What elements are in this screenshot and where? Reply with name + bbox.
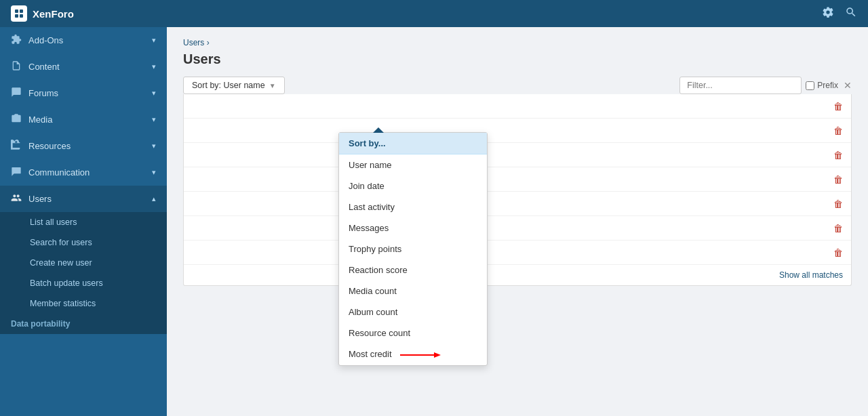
sidebar: Add-Ons ▾ Content ▾ Forums ▾	[0, 27, 167, 416]
svg-rect-1	[20, 9, 23, 13]
resources-chevron: ▾	[152, 142, 156, 150]
users-icon	[11, 192, 22, 205]
sidebar-item-content-label: Content	[28, 62, 60, 72]
table-row: 🗑	[184, 94, 851, 119]
sidebar-item-users-label: Users	[28, 194, 52, 204]
sort-option-media-count[interactable]: Media count	[339, 280, 487, 301]
sidebar-item-media[interactable]: Media ▾	[0, 106, 167, 133]
sidebar-item-resources-label: Resources	[28, 141, 71, 151]
dropdown-arrow	[373, 127, 384, 133]
table-row: 🗑	[184, 192, 851, 216]
show-all-matches-link[interactable]: Show all matches	[779, 270, 843, 280]
sidebar-subitem-batch-update-users[interactable]: Batch update users	[0, 273, 167, 293]
sort-option-reaction-score[interactable]: Reaction score	[339, 259, 487, 280]
breadcrumb: Users ›	[183, 38, 852, 47]
add-ons-icon	[11, 34, 22, 47]
sort-button[interactable]: Sort by: User name ▼	[183, 77, 285, 94]
table-row: 🗑	[184, 241, 851, 265]
users-subnav: List all users Search for users Create n…	[0, 212, 167, 314]
filter-input[interactable]	[679, 77, 802, 94]
content-chevron: ▾	[152, 62, 156, 71]
logo-icon	[11, 5, 27, 22]
delete-icon[interactable]: 🗑	[833, 223, 843, 234]
sidebar-item-forums-label: Forums	[28, 88, 58, 98]
logo-text: XenForo	[33, 8, 74, 20]
filter-area: Prefix ✕	[679, 77, 852, 94]
svg-rect-3	[20, 14, 23, 18]
page-title: Users	[183, 51, 852, 67]
breadcrumb-separator: ›	[207, 38, 210, 47]
settings-icon[interactable]	[822, 6, 834, 21]
main-content: Users › Users Sort by: User name ▼ Prefi…	[167, 27, 868, 416]
show-all-matches: Show all matches	[184, 265, 851, 285]
data-portability-section: Data portability	[0, 314, 167, 334]
prefix-checkbox-label[interactable]: Prefix	[806, 81, 838, 90]
communication-chevron: ▾	[152, 168, 156, 177]
prefix-checkbox[interactable]	[806, 81, 814, 90]
sort-option-most-credit[interactable]: Most credit	[339, 344, 487, 365]
sidebar-item-add-ons-label: Add-Ons	[28, 35, 63, 45]
delete-icon[interactable]: 🗑	[833, 247, 843, 258]
sidebar-subitem-list-all-users[interactable]: List all users	[0, 212, 167, 232]
sort-option-last-activity[interactable]: Last activity	[339, 196, 487, 217]
sidebar-item-resources[interactable]: Resources ▾	[0, 133, 167, 159]
media-icon	[11, 113, 22, 126]
sort-chevron: ▼	[269, 82, 276, 89]
sidebar-subitem-create-new-user[interactable]: Create new user	[0, 253, 167, 273]
sort-button-label: Sort by: User name	[192, 81, 265, 90]
delete-icon[interactable]: 🗑	[833, 174, 843, 185]
table-row: 🗑	[184, 167, 851, 192]
delete-icon[interactable]: 🗑	[833, 125, 843, 136]
topbar-actions	[822, 6, 857, 21]
resources-icon	[11, 140, 22, 152]
sort-option-join-date[interactable]: Join date	[339, 175, 487, 196]
prefix-label: Prefix	[817, 81, 838, 90]
sidebar-item-communication-label: Communication	[28, 167, 90, 178]
delete-icon[interactable]: 🗑	[833, 199, 843, 209]
media-chevron: ▾	[152, 115, 156, 124]
logo[interactable]: XenForo	[11, 5, 74, 22]
svg-rect-0	[15, 9, 18, 13]
sidebar-subitem-search-for-users[interactable]: Search for users	[0, 232, 167, 253]
sort-option-album-count[interactable]: Album count	[339, 301, 487, 323]
sort-dropdown: Sort by... User name Join date Last acti…	[338, 132, 488, 366]
sidebar-item-media-label: Media	[28, 115, 52, 125]
add-ons-chevron: ▾	[152, 36, 156, 45]
topbar: XenForo	[0, 0, 868, 27]
forums-chevron: ▾	[152, 89, 156, 98]
svg-rect-2	[15, 14, 18, 18]
content-icon	[11, 60, 22, 73]
clear-filter-button[interactable]: ✕	[844, 80, 852, 91]
sort-option-user-name[interactable]: User name	[339, 154, 487, 175]
communication-icon	[11, 166, 22, 179]
svg-marker-6	[434, 352, 441, 358]
table-row: 🗑	[184, 119, 851, 143]
delete-icon[interactable]: 🗑	[833, 101, 843, 112]
forums-icon	[11, 87, 22, 100]
sort-option-messages[interactable]: Messages	[339, 217, 487, 238]
sort-dropdown-header[interactable]: Sort by...	[339, 133, 487, 154]
sort-option-trophy-points[interactable]: Trophy points	[339, 238, 487, 259]
delete-icon[interactable]: 🗑	[833, 150, 843, 161]
users-chevron: ▴	[152, 194, 156, 203]
sidebar-item-communication[interactable]: Communication ▾	[0, 159, 167, 186]
sort-option-resource-count[interactable]: Resource count	[339, 323, 487, 344]
sidebar-item-content[interactable]: Content ▾	[0, 54, 167, 80]
search-icon[interactable]	[845, 6, 857, 21]
sidebar-subitem-member-statistics[interactable]: Member statistics	[0, 293, 167, 314]
toolbar: Sort by: User name ▼ Prefix ✕	[183, 77, 852, 94]
layout: Add-Ons ▾ Content ▾ Forums ▾	[0, 27, 868, 416]
breadcrumb-users-link[interactable]: Users	[183, 38, 204, 47]
table-row: 🗑	[184, 216, 851, 241]
sidebar-item-add-ons[interactable]: Add-Ons ▾	[0, 27, 167, 54]
sidebar-item-forums[interactable]: Forums ▾	[0, 80, 167, 106]
table-row: 🗑	[184, 143, 851, 167]
sidebar-item-users[interactable]: Users ▴	[0, 186, 167, 212]
